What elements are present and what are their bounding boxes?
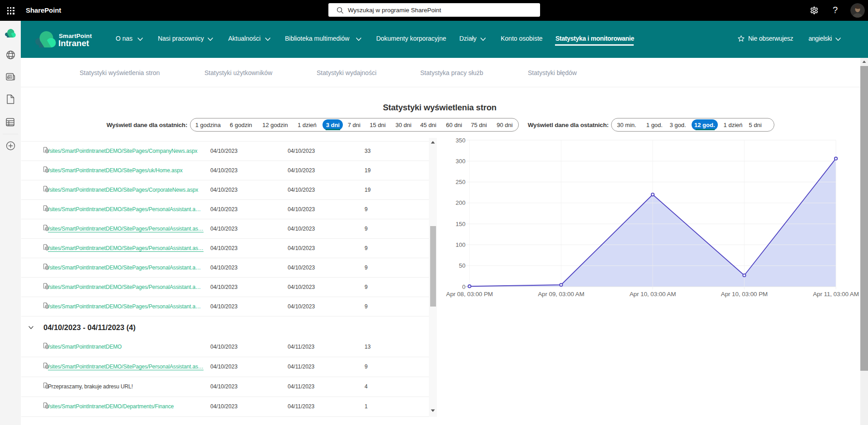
svg-text:350: 350 — [455, 137, 465, 144]
svg-text:100: 100 — [455, 241, 465, 248]
svg-text:50: 50 — [459, 262, 465, 269]
svg-text:Apr 10, 03:00 AM: Apr 10, 03:00 AM — [630, 291, 676, 298]
svg-text:250: 250 — [455, 179, 465, 185]
svg-text:Apr 11, 03:00 AM: Apr 11, 03:00 AM — [813, 291, 859, 298]
svg-text:300: 300 — [455, 158, 465, 165]
svg-text:Apr 10, 03:00 PM: Apr 10, 03:00 PM — [721, 291, 768, 298]
svg-text:Apr 09, 03:00 AM: Apr 09, 03:00 AM — [538, 291, 584, 298]
svg-text:150: 150 — [455, 221, 465, 227]
svg-text:200: 200 — [455, 199, 465, 206]
svg-text:0: 0 — [462, 283, 465, 290]
svg-text:Apr 08, 03:00 PM: Apr 08, 03:00 PM — [446, 291, 493, 298]
